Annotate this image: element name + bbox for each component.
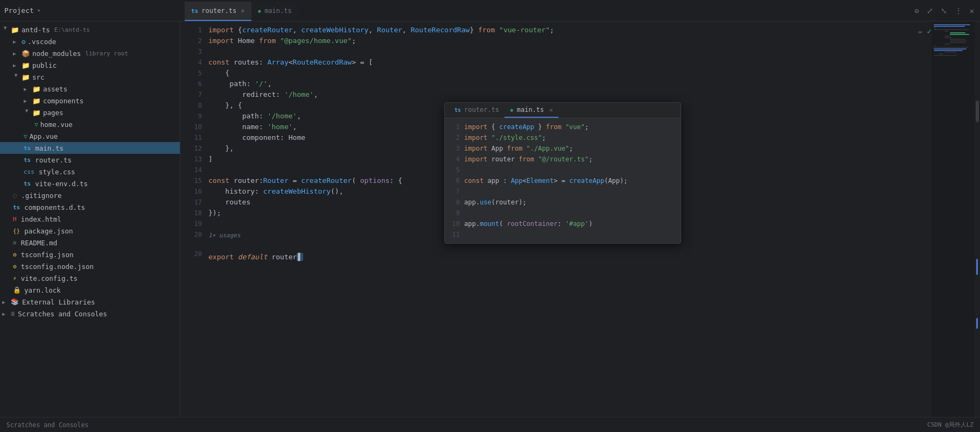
sidebar-item-package-json[interactable]: {} package.json xyxy=(0,225,180,237)
app-vue-label: App.vue xyxy=(30,132,58,140)
project-dropdown-icon[interactable]: ▾ xyxy=(37,7,41,14)
package-json-label: package.json xyxy=(24,227,73,235)
app-vue-icon: ▽ xyxy=(24,133,27,140)
components-dts-label: components.d.ts xyxy=(24,203,85,211)
home-vue-icon: ▽ xyxy=(34,121,38,128)
sidebar-item-readme[interactable]: ≡ README.md xyxy=(0,237,180,249)
main-content: ▶ 📁 antd-ts E:\antd-ts ▶ ⚙ .vscode ▶ 📦 n… xyxy=(0,22,980,417)
sidebar: ▶ 📁 antd-ts E:\antd-ts ▶ ⚙ .vscode ▶ 📦 n… xyxy=(0,22,180,417)
sidebar-item-public[interactable]: ▶ 📁 public xyxy=(0,59,180,71)
sidebar-item-node-modules[interactable]: ▶ 📦 node_modules library root xyxy=(0,47,180,59)
settings-icon[interactable]: ⊙ xyxy=(913,5,920,17)
router-ts-icon: ts xyxy=(24,157,31,164)
yarn-lock-label: yarn.lock xyxy=(24,286,61,294)
arrow-components: ▶ xyxy=(24,98,30,104)
sidebar-item-src[interactable]: ▶ 📁 src xyxy=(0,71,180,83)
sidebar-item-pages[interactable]: ▶ 📁 pages xyxy=(0,107,180,118)
sidebar-item-app-vue[interactable]: ▽ App.vue xyxy=(0,130,180,142)
components-dts-icon: ts xyxy=(13,204,20,211)
sidebar-item-vscode[interactable]: ▶ ⚙ .vscode xyxy=(0,36,180,47)
close-icon[interactable]: ✕ xyxy=(968,5,976,17)
public-label: public xyxy=(32,61,57,69)
ext-icon: 📚 xyxy=(11,298,19,306)
sidebar-item-scratches[interactable]: ▶ ≣ Scratches and Consoles xyxy=(0,308,180,320)
main-ts-icon: ts xyxy=(24,145,31,152)
sidebar-item-index-html[interactable]: H index.html xyxy=(0,213,180,225)
tab-router-icon: ts xyxy=(191,8,198,15)
edit-icon[interactable]: ✏ xyxy=(918,27,922,36)
title-bar: Project ▾ ts router.ts ✕ ◈ main.ts ⊙ ⤢ ⤡… xyxy=(0,0,980,22)
title-bar-left: Project ▾ xyxy=(4,6,185,15)
scrollbar-thumb[interactable] xyxy=(976,101,979,122)
vite-env-icon: ts xyxy=(24,180,31,187)
popup-line-numbers: 12345 67891011 xyxy=(445,122,464,240)
ext-label: External Libraries xyxy=(22,298,95,306)
vite-env-label: vite-env.d.ts xyxy=(35,180,88,188)
tab-router[interactable]: ts router.ts ✕ xyxy=(185,2,251,21)
folder-antd-ts-label: antd-ts xyxy=(22,26,50,34)
arrow-vscode: ▶ xyxy=(13,39,19,45)
popup-overlay: ts router.ts ◈ main.ts ✕ 12345 67891011 … xyxy=(444,102,681,244)
sidebar-item-style-css[interactable]: css style.css xyxy=(0,166,180,178)
assets-label: assets xyxy=(43,85,67,93)
src-label: src xyxy=(32,73,45,81)
node-icon: 📦 xyxy=(22,49,30,58)
public-icon: 📁 xyxy=(22,61,30,69)
readme-icon: ≡ xyxy=(13,239,17,246)
popup-tabs: ts router.ts ◈ main.ts ✕ xyxy=(445,103,681,118)
sidebar-item-vite-env[interactable]: ts vite-env.d.ts xyxy=(0,178,180,189)
editor-action-icons: ✏ ✓ xyxy=(918,27,932,36)
sidebar-item-external-libs[interactable]: ▶ 📚 External Libraries xyxy=(0,296,180,308)
sidebar-item-assets[interactable]: ▶ 📁 assets xyxy=(0,83,180,95)
sidebar-item-gitignore[interactable]: ◌ .gitignore xyxy=(0,189,180,201)
vertical-scrollbar[interactable] xyxy=(975,22,980,417)
project-label[interactable]: Project xyxy=(4,6,34,15)
sidebar-item-router-ts[interactable]: ts router.ts xyxy=(0,154,180,166)
sidebar-item-vite-config[interactable]: ⚡ vite.config.ts xyxy=(0,272,180,284)
arrow-public: ▶ xyxy=(13,62,19,68)
scratch-icon: ≣ xyxy=(11,310,15,317)
arrow-pages: ▶ xyxy=(24,109,30,116)
sidebar-item-components-dts[interactable]: ts components.d.ts xyxy=(0,201,180,213)
more-icon[interactable]: ⋮ xyxy=(953,5,964,17)
tab-router-close[interactable]: ✕ xyxy=(241,7,244,15)
src-icon: 📁 xyxy=(22,73,30,81)
vscode-label: .vscode xyxy=(28,38,57,46)
arrow-src: ▶ xyxy=(13,74,19,80)
vscode-icon: ⚙ xyxy=(22,38,26,46)
node-secondary: library root xyxy=(85,50,128,57)
popup-tab-main-close[interactable]: ✕ xyxy=(549,107,553,114)
check-icon[interactable]: ✓ xyxy=(927,27,932,36)
arrow-node: ▶ xyxy=(13,51,19,56)
sidebar-item-components[interactable]: ▶ 📁 components xyxy=(0,95,180,107)
arrow-ext: ▶ xyxy=(2,299,9,305)
popup-code-area: 12345 67891011 import { createApp } from… xyxy=(445,118,681,243)
tab-router-label: router.ts xyxy=(201,7,236,15)
gitignore-icon: ◌ xyxy=(13,192,17,199)
tab-main[interactable]: ◈ main.ts xyxy=(251,2,298,21)
shrink-icon[interactable]: ⤡ xyxy=(939,5,949,17)
yarn-lock-icon: 🔒 xyxy=(13,286,21,294)
arrow-scratch: ▶ xyxy=(2,311,9,317)
index-html-icon: H xyxy=(13,216,17,223)
popup-tab-main[interactable]: ◈ main.ts ✕ xyxy=(505,103,558,118)
popup-code-text[interactable]: import { createApp } from "vue"; import … xyxy=(464,122,628,240)
expand-icon[interactable]: ⤢ xyxy=(925,5,935,17)
home-vue-label: home.vue xyxy=(40,121,73,129)
sidebar-item-antd-ts[interactable]: ▶ 📁 antd-ts E:\antd-ts xyxy=(0,24,180,36)
pages-label: pages xyxy=(43,109,64,117)
sidebar-item-yarn-lock[interactable]: 🔒 yarn.lock xyxy=(0,284,180,296)
minimap-content xyxy=(932,22,975,59)
popup-tab-router[interactable]: ts router.ts xyxy=(449,103,505,118)
title-bar-icons: ⊙ ⤢ ⤡ ⋮ ✕ xyxy=(913,5,976,17)
sidebar-item-tsconfig[interactable]: ⚙ tsconfig.json xyxy=(0,249,180,260)
tab-main-icon: ◈ xyxy=(258,8,262,15)
tsconfig-icon: ⚙ xyxy=(13,251,17,258)
sidebar-item-main-ts[interactable]: ts main.ts xyxy=(0,142,180,154)
popup-tab-router-icon: ts xyxy=(454,107,461,113)
sidebar-item-home-vue[interactable]: ▽ home.vue xyxy=(0,118,180,130)
status-scratches[interactable]: Scratches and Consoles xyxy=(6,421,88,429)
popup-tab-main-label: main.ts xyxy=(517,106,544,114)
style-css-label: style.css xyxy=(39,168,75,176)
sidebar-item-tsconfig-node[interactable]: ⚙ tsconfig.node.json xyxy=(0,260,180,272)
